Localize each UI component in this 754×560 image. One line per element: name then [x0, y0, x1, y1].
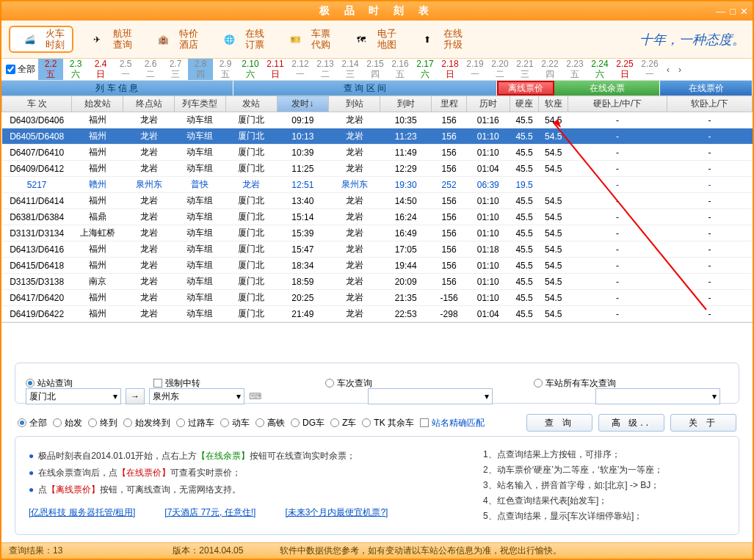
date-2.19[interactable]: 2.19一 [463, 59, 487, 79]
filter-dg[interactable]: DG车 [291, 417, 325, 429]
online-price-button[interactable]: 在线票价 [660, 81, 753, 95]
table-row[interactable]: D6381/D6384福鼎龙岩动车组厦门北15:14龙岩16:2415601:1… [2, 209, 753, 225]
station-name-input[interactable]: ▾ [595, 388, 720, 404]
date-2.24[interactable]: 2.24六 [587, 59, 612, 79]
results-table-wrap[interactable]: 车 次始发站终点站列车类型发站发时↓到站到时里程历时硬座软座硬卧上/中/下软卧上… [1, 95, 753, 323]
train-query-radio[interactable]: 车次查询 [325, 377, 372, 390]
query-button[interactable]: 查 询 [526, 414, 592, 432]
col-header-6[interactable]: 到站 [329, 96, 380, 112]
offline-price-button[interactable]: 离线票价 [497, 81, 554, 95]
station-all-radio[interactable]: 车站所有车次查询 [534, 377, 616, 390]
swap-button[interactable]: → [126, 388, 145, 404]
table-row[interactable]: D6413/D6416福州龙岩动车组厦门北15:47龙岩17:0515601:1… [2, 241, 753, 258]
col-header-5[interactable]: 发时↓ [277, 96, 329, 112]
col-header-7[interactable]: 到时 [380, 96, 432, 112]
date-2.9[interactable]: 2.9五 [213, 59, 238, 79]
table-row[interactable]: D6417/D6420福州龙岩动车组厦门北20:25龙岩21:35-15601:… [2, 290, 753, 306]
date-next-icon[interactable]: › [674, 65, 686, 75]
table-row[interactable]: D3131/D3134上海虹桥龙岩动车组厦门北15:39龙岩16:4915601… [2, 225, 753, 241]
toolbar-plane[interactable]: ✈航班查询 [78, 27, 139, 51]
date-2.7[interactable]: 2.7三 [163, 59, 188, 79]
filter-startend[interactable]: 始发终到 [123, 417, 170, 429]
date-2.17[interactable]: 2.17六 [413, 59, 438, 79]
link-flight[interactable]: [未来3个月内最便宜机票?] [285, 506, 388, 519]
date-2.22[interactable]: 2.22四 [537, 59, 562, 79]
table-row[interactable]: D6403/D6406福州龙岩动车组厦门北09:19龙岩10:3515601:1… [2, 112, 753, 128]
toolbar-hotel[interactable]: 🏨特价酒店 [144, 27, 206, 51]
date-2.23[interactable]: 2.23五 [562, 59, 587, 79]
filter-z[interactable]: Z车 [330, 417, 356, 429]
station-query-radio[interactable]: 站站查询 [26, 377, 73, 390]
col-header-1[interactable]: 始发站 [72, 96, 123, 112]
date-2.2[interactable]: 2.2五 [38, 59, 63, 79]
dropdown-icon[interactable]: ▾ [113, 391, 117, 401]
date-2.8[interactable]: 2.8四 [188, 59, 213, 79]
table-row[interactable]: D6419/D6422福州龙岩动车组厦门北21:49龙岩22:53-29801:… [2, 306, 753, 322]
date-2.4[interactable]: 2.4日 [88, 59, 113, 79]
date-2.10[interactable]: 2.10六 [238, 59, 263, 79]
dropdown-icon[interactable]: ▾ [712, 391, 717, 401]
from-station-input[interactable]: 厦门北▾ [26, 388, 121, 404]
train-number-input[interactable]: ▾ [368, 388, 493, 404]
toolbar-upgrade[interactable]: ⬆在线升级 [408, 27, 470, 51]
to-station-input[interactable]: 泉州东▾ [149, 388, 244, 404]
col-header-2[interactable]: 终点站 [123, 96, 175, 112]
date-2.15[interactable]: 2.15四 [363, 59, 388, 79]
date-prev-icon[interactable]: ‹ [662, 65, 674, 75]
keyboard-icon[interactable]: ⌨ [249, 391, 261, 401]
link-hotel[interactable]: [7天酒店 77元, 任意住!] [164, 506, 255, 519]
date-2.12[interactable]: 2.12一 [288, 59, 313, 79]
filter-d[interactable]: 动车 [220, 417, 250, 429]
about-button[interactable]: 关 于 [670, 414, 736, 432]
filter-start[interactable]: 始发 [53, 417, 82, 429]
dropdown-icon[interactable]: ▾ [236, 391, 241, 401]
col-header-11[interactable]: 软座 [539, 96, 568, 112]
filter-tk[interactable]: TK 其余车 [362, 417, 414, 429]
toolbar-ticket[interactable]: 🎫车票代购 [276, 27, 338, 51]
maximize-icon[interactable]: □ [730, 6, 736, 17]
online-remain-button[interactable]: 在线余票 [554, 81, 660, 95]
col-header-12[interactable]: 硬卧上/中/下 [568, 96, 667, 112]
table-row[interactable]: D6405/D6408福州龙岩动车组厦门北10:13龙岩11:2315601:1… [2, 128, 753, 145]
filter-end[interactable]: 终到 [88, 417, 117, 429]
col-header-3[interactable]: 列车类型 [174, 96, 225, 112]
table-row[interactable]: 5217赣州泉州东普快龙岩12:51泉州东19:3025206:3919.5-- [2, 177, 753, 193]
force-transfer-checkbox[interactable]: 强制中转 [153, 377, 200, 390]
date-2.16[interactable]: 2.16五 [388, 59, 413, 79]
col-header-8[interactable]: 里程 [432, 96, 466, 112]
table-row[interactable]: D3135/D3138南京龙岩动车组厦门北18:59龙岩20:0915601:1… [2, 274, 753, 290]
filter-pass[interactable]: 过路车 [176, 417, 214, 429]
col-header-9[interactable]: 历时 [466, 96, 510, 112]
table-row[interactable]: D6415/D6418福州龙岩动车组厦门北18:34龙岩19:4415601:1… [2, 258, 753, 274]
toolbar-map[interactable]: 🗺电子地图 [342, 27, 404, 51]
date-2.3[interactable]: 2.3六 [63, 59, 88, 79]
col-header-13[interactable]: 软卧上/下 [667, 96, 753, 112]
date-2.21[interactable]: 2.21三 [512, 59, 537, 79]
date-2.6[interactable]: 2.6二 [138, 59, 163, 79]
col-header-0[interactable]: 车 次 [2, 96, 72, 112]
all-dates-checkbox[interactable]: 全部 [6, 63, 35, 76]
date-2.13[interactable]: 2.13二 [313, 59, 338, 79]
table-row[interactable]: D6407/D6410福州龙岩动车组厦门北10:39龙岩11:4915601:1… [2, 145, 753, 161]
exact-match-checkbox[interactable]: 站名精确匹配 [420, 417, 485, 429]
date-2.14[interactable]: 2.14三 [338, 59, 363, 79]
date-2.5[interactable]: 2.5一 [113, 59, 138, 79]
date-2.25[interactable]: 2.25日 [612, 59, 637, 79]
col-header-4[interactable]: 发站 [225, 96, 277, 112]
date-2.18[interactable]: 2.18日 [438, 59, 463, 79]
filter-all[interactable]: 全部 [18, 417, 47, 429]
close-icon[interactable]: ✕ [740, 6, 748, 17]
date-2.11[interactable]: 2.11日 [263, 59, 288, 79]
table-row[interactable]: D6409/D6412福州龙岩动车组厦门北11:25龙岩12:2915601:0… [2, 161, 753, 177]
filter-g[interactable]: 高铁 [255, 417, 285, 429]
dropdown-icon[interactable]: ▾ [485, 391, 489, 401]
table-row[interactable]: D6411/D6414福州龙岩动车组厦门北13:40龙岩14:5015601:1… [2, 193, 753, 209]
minimize-icon[interactable]: — [716, 6, 725, 17]
date-2.20[interactable]: 2.20二 [487, 59, 512, 79]
advanced-button[interactable]: 高 级.. [598, 414, 664, 432]
toolbar-train[interactable]: 🚄火车时刻 [9, 26, 73, 53]
col-header-10[interactable]: 硬座 [510, 96, 539, 112]
date-2.26[interactable]: 2.26一 [637, 59, 662, 79]
toolbar-globe[interactable]: 🌐在线订票 [210, 27, 272, 51]
link-server[interactable]: [亿恩科技 服务器托管/租用] [29, 506, 135, 519]
